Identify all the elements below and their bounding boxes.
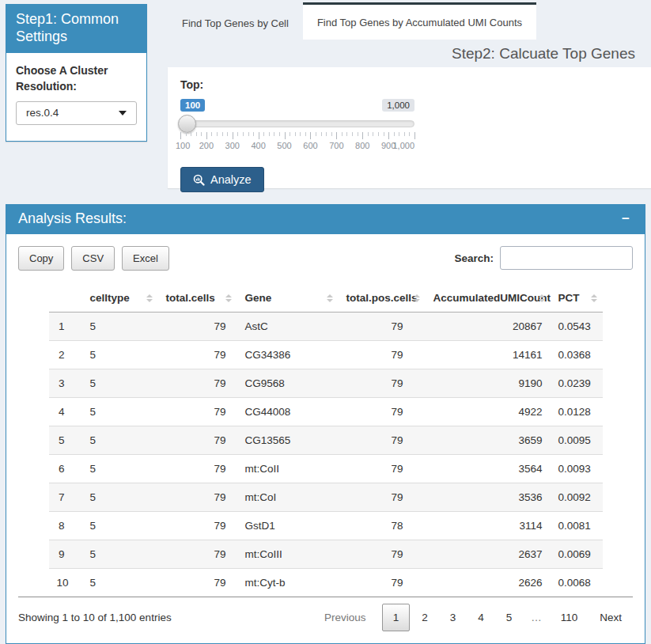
table-row[interactable]: 1 5 79 AstC 79 20867 0.0543 xyxy=(49,313,603,341)
step1-panel-body: Choose A Cluster Resolution: res.0.4 xyxy=(6,53,146,141)
page-number-button[interactable]: 4 xyxy=(467,604,494,631)
results-table: celltype total.cells Gene total.pos xyxy=(49,284,603,597)
sort-icon xyxy=(414,294,420,302)
col-header-accumulated-umi-counts[interactable]: AccumulatedUMICounts xyxy=(426,284,551,313)
table-row[interactable]: 10 5 79 mt:Cyt-b 79 2626 0.0068 xyxy=(49,569,603,597)
table-row[interactable]: 3 5 79 CG9568 79 9190 0.0239 xyxy=(49,369,603,398)
search-input[interactable] xyxy=(500,246,633,270)
step1-panel-title: Step1: Common Settings xyxy=(6,5,146,53)
page-ellipsis: … xyxy=(523,604,550,631)
resolution-select[interactable]: res.0.4 xyxy=(16,101,137,125)
excel-button[interactable]: Excel xyxy=(122,246,169,271)
tab-bar: Find Top Genes by Cell Find Top Genes by… xyxy=(168,0,651,40)
search-label: Search: xyxy=(454,252,494,264)
page-next-button[interactable]: Next xyxy=(589,604,632,631)
sort-icon xyxy=(225,294,232,302)
tick-label: 500 xyxy=(277,141,291,150)
page-number-button[interactable]: 2 xyxy=(411,604,438,631)
page-previous-button[interactable]: Previous xyxy=(314,604,380,631)
table-row[interactable]: 6 5 79 mt:CoII 79 3564 0.0093 xyxy=(49,455,603,483)
col-header-total-pos-cells[interactable]: total.pos.cells xyxy=(339,284,426,313)
step2-heading: Step2: Calcuate Top Genes xyxy=(168,40,651,67)
step1-panel: Step1: Common Settings Choose A Cluster … xyxy=(6,4,147,142)
table-row[interactable]: 9 5 79 mt:CoIII 79 2637 0.0069 xyxy=(49,540,603,569)
analyze-button[interactable]: Analyze xyxy=(180,167,264,192)
magnifying-glass-chart-icon xyxy=(193,174,205,186)
col-header-gene[interactable]: Gene xyxy=(237,284,339,313)
table-footer: Showing 1 to 10 of 1,100 entries Previou… xyxy=(18,604,633,631)
slider-minor-ticks xyxy=(180,132,414,136)
analysis-results-box: Analysis Results: − Copy CSV Excel Searc… xyxy=(6,204,645,644)
col-header-rownum xyxy=(49,284,82,313)
sort-icon xyxy=(327,294,333,302)
csv-button[interactable]: CSV xyxy=(71,246,115,271)
sort-icon xyxy=(591,294,597,302)
tab-find-top-genes-by-cell[interactable]: Find Top Genes by Cell xyxy=(168,6,303,40)
col-header-pct[interactable]: PCT xyxy=(551,284,603,313)
page-number-button[interactable]: 5 xyxy=(496,604,523,631)
col-header-total-cells[interactable]: total.cells xyxy=(158,284,237,313)
step2-section: Find Top Genes by Cell Find Top Genes by… xyxy=(168,0,651,188)
tick-label: 100 xyxy=(176,141,190,150)
analyze-button-label: Analyze xyxy=(210,173,252,186)
table-row[interactable]: 2 5 79 CG34386 79 14161 0.0368 xyxy=(49,341,603,369)
tab-find-top-genes-by-umi[interactable]: Find Top Genes by Accumulated UMI Counts xyxy=(303,2,536,40)
table-row[interactable]: 7 5 79 mt:CoI 79 3536 0.0092 xyxy=(49,483,603,512)
page-number-button[interactable]: 3 xyxy=(440,604,467,631)
step2-content-panel: Top: 100 1,000 100 200 300 400 500 600 7… xyxy=(168,67,651,188)
top-slider-label: Top: xyxy=(180,78,638,91)
pagination: Previous 1 2 3 4 5 … 110 Next xyxy=(313,604,633,631)
slider-value-badge: 100 xyxy=(180,99,205,112)
page-number-button[interactable]: 1 xyxy=(382,604,411,631)
tick-label: 700 xyxy=(329,141,343,150)
chevron-down-icon xyxy=(119,111,127,116)
results-table-wrap: celltype total.cells Gene total.pos xyxy=(18,284,633,597)
tick-label: 300 xyxy=(225,141,240,150)
tick-label: 800 xyxy=(355,141,369,150)
col-header-celltype[interactable]: celltype xyxy=(82,284,158,313)
tick-label: 400 xyxy=(251,141,265,150)
analysis-results-header: Analysis Results: − xyxy=(6,205,645,234)
tick-label: 600 xyxy=(303,141,317,150)
top-slider: 100 1,000 100 200 300 400 500 600 700 80… xyxy=(180,99,414,150)
sort-icon xyxy=(146,294,153,302)
tick-label: 1,000 xyxy=(392,141,414,150)
slider-max-badge: 1,000 xyxy=(382,99,414,112)
table-search: Search: xyxy=(454,246,633,270)
table-header-row: celltype total.cells Gene total.pos xyxy=(49,284,603,313)
table-row[interactable]: 5 5 79 CG13565 79 3659 0.0095 xyxy=(49,426,603,455)
table-toolbar: Copy CSV Excel Search: xyxy=(18,246,633,271)
analysis-results-title: Analysis Results: xyxy=(18,210,127,227)
copy-button[interactable]: Copy xyxy=(18,246,64,271)
collapse-minus-icon[interactable]: − xyxy=(619,212,633,225)
table-row[interactable]: 8 5 79 GstD1 78 3114 0.0081 xyxy=(49,512,603,540)
slider-handle[interactable] xyxy=(178,115,196,133)
sort-icon xyxy=(539,294,545,302)
export-buttons: Copy CSV Excel xyxy=(18,246,169,271)
analysis-results-body: Copy CSV Excel Search: cellt xyxy=(6,234,645,643)
slider-track[interactable] xyxy=(180,120,414,127)
table-info: Showing 1 to 10 of 1,100 entries xyxy=(18,612,172,623)
tick-label: 200 xyxy=(199,141,214,150)
cluster-resolution-label: Choose A Cluster Resolution: xyxy=(16,63,127,95)
slider-grid: 100 200 300 400 500 600 700 800 900 1,00… xyxy=(180,132,414,150)
page-number-button[interactable]: 110 xyxy=(551,604,589,631)
resolution-select-value: res.0.4 xyxy=(26,107,59,119)
table-row[interactable]: 4 5 79 CG44008 79 4922 0.0128 xyxy=(49,398,603,426)
